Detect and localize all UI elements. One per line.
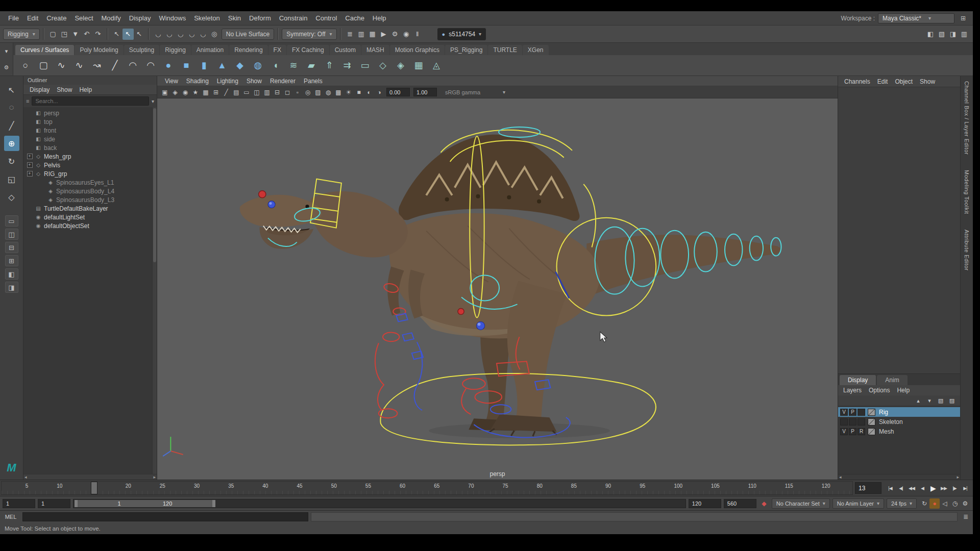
- viewport-menu-item[interactable]: View: [161, 77, 182, 85]
- command-language-label[interactable]: MEL: [2, 514, 20, 520]
- layer-playback-toggle[interactable]: [849, 418, 856, 425]
- layer-row[interactable]: Skeleton: [838, 417, 960, 427]
- make-live-icon[interactable]: ◎: [209, 29, 220, 40]
- layer-display-type-toggle[interactable]: R: [857, 428, 865, 435]
- step-back-key-button[interactable]: ◀◀: [906, 483, 917, 493]
- redo-icon[interactable]: ↷: [92, 29, 104, 40]
- expand-icon[interactable]: +: [27, 162, 33, 168]
- safe-title-icon[interactable]: ▫: [292, 87, 303, 97]
- outliner-menu-item[interactable]: Show: [54, 85, 75, 94]
- animation-end-field[interactable]: 560: [724, 499, 756, 508]
- paint-select-tool[interactable]: ╱: [4, 118, 19, 133]
- birail-icon[interactable]: ⇉: [339, 57, 355, 73]
- exposure-field[interactable]: 0.00: [386, 88, 410, 96]
- scale-tool[interactable]: ◱: [4, 171, 19, 187]
- new-layer-from-selected-icon[interactable]: ▨: [947, 396, 957, 405]
- menu-item[interactable]: Select: [70, 13, 97, 23]
- boundary-icon[interactable]: ▭: [357, 57, 373, 73]
- scroll-right-icon[interactable]: ▸: [957, 474, 959, 480]
- playback-loop-icon[interactable]: ↻: [919, 498, 929, 509]
- menu-item[interactable]: File: [4, 13, 23, 23]
- safe-action-icon[interactable]: ◻: [282, 87, 292, 97]
- shelf-tab[interactable]: TURTLE: [488, 45, 522, 55]
- xray-icon[interactable]: ▨: [313, 87, 323, 97]
- shelf-tab[interactable]: Curves / Surfaces: [15, 45, 74, 55]
- layer-visibility-toggle[interactable]: V: [840, 428, 848, 435]
- layer-editor-menu-item[interactable]: Layers: [840, 386, 865, 395]
- open-scene-icon[interactable]: ◳: [59, 29, 70, 40]
- workspace-select[interactable]: Maya Classic* ▾: [878, 13, 954, 23]
- three-point-arc-icon[interactable]: ◠: [125, 57, 141, 73]
- ipr-render-icon[interactable]: ▶: [378, 29, 389, 40]
- outliner-persp-layout-button[interactable]: ◧: [5, 268, 18, 280]
- current-frame-field[interactable]: 13: [855, 482, 881, 494]
- viewport-menu-item[interactable]: Renderer: [266, 77, 299, 85]
- ep-curve-tool-icon[interactable]: ∿: [71, 57, 87, 73]
- two-pane-stacked-layout-button[interactable]: ⊟: [5, 242, 18, 253]
- layer-editor-tab[interactable]: Anim: [877, 375, 907, 385]
- menu-set-dropdown[interactable]: Rigging ▾: [3, 29, 40, 40]
- light-editor-icon[interactable]: ◉: [401, 29, 412, 40]
- channel-box-menu-item[interactable]: Object: [892, 77, 916, 86]
- layer-editor-scrollbar[interactable]: ◂ ▸: [838, 474, 960, 480]
- snap-to-view-plane-icon[interactable]: ◡: [198, 29, 209, 40]
- viewport-menu-item[interactable]: Show: [243, 77, 265, 85]
- outliner-menu-item[interactable]: Display: [27, 85, 53, 94]
- last-used-tool[interactable]: ◇: [4, 189, 19, 205]
- outliner-vertical-scrollbar[interactable]: [152, 107, 157, 474]
- field-chart-icon[interactable]: ⊟: [272, 87, 282, 97]
- nurbs-cone-icon[interactable]: ▲: [214, 57, 230, 73]
- channel-box-menu-item[interactable]: Channels: [841, 77, 873, 86]
- menu-item[interactable]: Control: [311, 13, 341, 23]
- scroll-right-icon[interactable]: ▸: [153, 474, 156, 480]
- outliner-item[interactable]: + ◇ Pelvis: [23, 161, 157, 169]
- step-forward-frame-button[interactable]: |▶: [949, 483, 960, 493]
- menu-item[interactable]: Help: [369, 13, 390, 23]
- animation-start-field[interactable]: 1: [3, 499, 35, 508]
- expand-icon[interactable]: +: [27, 154, 33, 159]
- nurbs-plane-icon[interactable]: ◆: [232, 57, 248, 73]
- layer-editor-menu-item[interactable]: Options: [866, 386, 893, 395]
- single-pane-layout-button[interactable]: ▭: [5, 215, 18, 227]
- no-live-surface-button[interactable]: No Live Surface: [222, 29, 274, 40]
- auto-keyframe-button[interactable]: ●: [929, 498, 940, 509]
- gamma-field[interactable]: 1.00: [413, 88, 437, 96]
- layer-editor-tab[interactable]: Display: [840, 375, 876, 385]
- range-start-handle[interactable]: [75, 500, 78, 507]
- tool-settings-toggle-icon[interactable]: ◨: [947, 29, 959, 40]
- hypershade-toggle-icon[interactable]: ▧: [936, 29, 947, 40]
- camera-attributes-icon[interactable]: ◉: [180, 87, 190, 97]
- 2d-pan-zoom-icon[interactable]: ⊞: [211, 87, 221, 97]
- play-backwards-button[interactable]: ◀: [917, 483, 927, 493]
- bookmarks-icon[interactable]: ★: [190, 87, 201, 97]
- layer-color-swatch[interactable]: [868, 418, 875, 425]
- pencil-curve-tool-icon[interactable]: ╱: [107, 57, 123, 73]
- new-empty-layer-icon[interactable]: ▧: [936, 396, 945, 405]
- menu-item[interactable]: Skin: [224, 13, 245, 23]
- cv-curve-tool-icon[interactable]: ∿: [53, 57, 69, 73]
- outliner-item[interactable]: + ◉ defaultLightSet: [23, 213, 157, 221]
- step-back-frame-button[interactable]: ◀|: [896, 483, 906, 493]
- outliner-item[interactable]: + ◧ top: [23, 117, 157, 126]
- shelf-tab-menu-icon[interactable]: ▾: [2, 46, 12, 56]
- menu-item[interactable]: Create: [42, 13, 70, 23]
- select-tool[interactable]: ↖: [4, 82, 19, 97]
- snap-to-curve-icon[interactable]: ◡: [164, 29, 175, 40]
- new-scene-icon[interactable]: ▢: [47, 29, 59, 40]
- select-component-icon[interactable]: ↖: [134, 29, 145, 40]
- shelf-tab[interactable]: Motion Graphics: [390, 45, 445, 55]
- channel-box-empty-area[interactable]: [838, 87, 960, 373]
- lasso-select-tool[interactable]: ◌: [4, 100, 19, 115]
- scroll-left-icon[interactable]: ◂: [839, 474, 842, 480]
- set-keyframe-icon[interactable]: ◆: [759, 498, 769, 509]
- move-layer-up-icon[interactable]: ▴: [914, 396, 923, 405]
- play-forwards-button[interactable]: ▶: [928, 483, 938, 493]
- sidebar-vertical-tab[interactable]: Modeling Toolkit: [964, 170, 970, 214]
- current-time-marker[interactable]: [91, 482, 97, 494]
- outliner-item[interactable]: + ◧ front: [23, 126, 157, 135]
- gate-mask-icon[interactable]: ▥: [262, 87, 272, 97]
- menu-item[interactable]: Windows: [155, 13, 190, 23]
- range-slider-track[interactable]: 1 120: [73, 499, 686, 508]
- motion-blur-icon[interactable]: ◑: [374, 87, 384, 97]
- textured-mode-icon[interactable]: ▩: [333, 87, 344, 97]
